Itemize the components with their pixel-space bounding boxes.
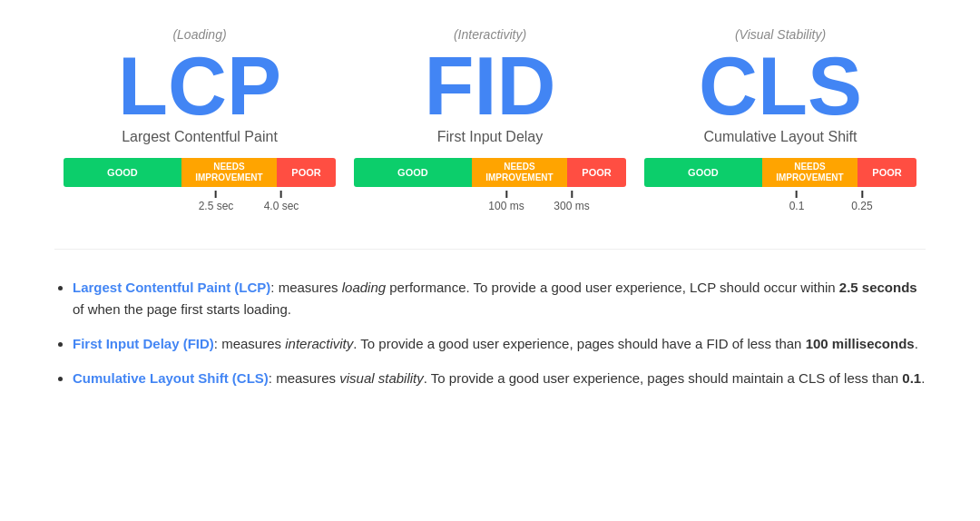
- fid-label-2: 300 ms: [554, 200, 589, 212]
- fid-marker-2: 300 ms: [554, 191, 589, 212]
- metric-card-cls: (Visual Stability) CLS Cumulative Layout…: [644, 27, 916, 212]
- cls-tick-1: [796, 191, 798, 198]
- cls-tick-2: [861, 191, 863, 198]
- lcp-bar-poor: POOR: [277, 158, 336, 187]
- bullet-list: Largest Contentful Paint (LCP): measures…: [54, 277, 926, 389]
- fid-name: First Input Delay: [437, 129, 543, 145]
- lcp-marker-2: 4.0 sec: [264, 191, 299, 212]
- fid-marker-1: 100 ms: [488, 191, 524, 212]
- cls-category: (Visual Stability): [735, 27, 826, 42]
- lcp-scale: GOOD NEEDSIMPROVEMENT POOR 2.5 sec 4.0 s…: [64, 158, 336, 212]
- cls-desc-1: : measures: [269, 370, 339, 386]
- fid-desc-3: .: [915, 336, 918, 351]
- fid-acronym: FID: [425, 45, 556, 127]
- fid-label-1: 100 ms: [488, 200, 524, 212]
- fid-desc-2: . To provide a good user experience, pag…: [353, 336, 805, 351]
- cls-marker-1: 0.1: [789, 191, 805, 212]
- lcp-desc-2: performance. To provide a good user expe…: [386, 280, 839, 295]
- fid-bar: GOOD NEEDSIMPROVEMENT POOR: [354, 158, 626, 187]
- lcp-marker-1: 2.5 sec: [199, 191, 234, 212]
- lcp-bold: 2.5 seconds: [839, 280, 917, 295]
- lcp-acronym: LCP: [118, 45, 281, 127]
- section-divider: [54, 249, 926, 250]
- metric-card-fid: (Interactivity) FID First Input Delay GO…: [354, 27, 626, 212]
- fid-tick-2: [571, 191, 573, 198]
- fid-tick-1: [505, 191, 507, 198]
- bullet-cls: Cumulative Layout Shift (CLS): measures …: [73, 368, 926, 389]
- fid-term: First Input Delay (FID): [73, 336, 214, 351]
- cls-term: Cumulative Layout Shift (CLS): [73, 370, 269, 386]
- cls-bar-good: GOOD: [644, 158, 762, 187]
- metrics-section: (Loading) LCP Largest Contentful Paint G…: [54, 27, 926, 389]
- lcp-italic: loading: [342, 280, 386, 295]
- lcp-name: Largest Contentful Paint: [122, 129, 278, 145]
- cls-scale: GOOD NEEDSIMPROVEMENT POOR 0.1 0.25: [644, 158, 916, 212]
- fid-desc-1: : measures: [214, 336, 285, 351]
- lcp-markers: 2.5 sec 4.0 sec: [64, 191, 336, 212]
- bullet-lcp: Largest Contentful Paint (LCP): measures…: [73, 277, 926, 320]
- lcp-tick-2: [280, 191, 282, 198]
- cls-bar-poor: POOR: [858, 158, 916, 187]
- fid-category: (Interactivity): [454, 27, 526, 42]
- lcp-label-1: 2.5 sec: [199, 200, 234, 212]
- lcp-label-2: 4.0 sec: [264, 200, 299, 212]
- cls-bar: GOOD NEEDSIMPROVEMENT POOR: [644, 158, 916, 187]
- lcp-bar-needs: NEEDSIMPROVEMENT: [181, 158, 277, 187]
- fid-markers: 100 ms 300 ms: [354, 191, 626, 212]
- fid-bar-good: GOOD: [354, 158, 472, 187]
- cls-label-2: 0.25: [851, 200, 872, 212]
- cls-bold: 0.1: [902, 370, 921, 386]
- cls-desc-2: . To provide a good user experience, pag…: [424, 370, 903, 386]
- cls-marker-2: 0.25: [851, 191, 872, 212]
- cls-italic: visual stability: [339, 370, 424, 386]
- fid-scale: GOOD NEEDSIMPROVEMENT POOR 100 ms 300 ms: [354, 158, 626, 212]
- lcp-desc-1: : measures: [270, 280, 341, 295]
- cls-label-1: 0.1: [789, 200, 805, 212]
- fid-bar-needs: NEEDSIMPROVEMENT: [472, 158, 567, 187]
- lcp-desc-3: of when the page first starts loading.: [73, 301, 291, 317]
- cls-acronym: CLS: [699, 45, 862, 127]
- bullet-fid: First Input Delay (FID): measures intera…: [73, 333, 926, 355]
- lcp-bar: GOOD NEEDSIMPROVEMENT POOR: [64, 158, 336, 187]
- fid-italic: interactivity: [285, 336, 353, 351]
- metrics-row: (Loading) LCP Largest Contentful Paint G…: [54, 27, 926, 212]
- lcp-tick-1: [215, 191, 217, 198]
- metric-card-lcp: (Loading) LCP Largest Contentful Paint G…: [64, 27, 336, 212]
- cls-name: Cumulative Layout Shift: [704, 129, 858, 145]
- lcp-bar-good: GOOD: [64, 158, 181, 187]
- cls-bar-needs: NEEDSIMPROVEMENT: [762, 158, 858, 187]
- fid-bar-poor: POOR: [567, 158, 626, 187]
- lcp-category: (Loading): [172, 27, 226, 42]
- fid-bold: 100 milliseconds: [806, 336, 915, 351]
- cls-desc-3: .: [921, 370, 925, 386]
- lcp-term: Largest Contentful Paint (LCP): [73, 280, 270, 295]
- cls-markers: 0.1 0.25: [644, 191, 916, 212]
